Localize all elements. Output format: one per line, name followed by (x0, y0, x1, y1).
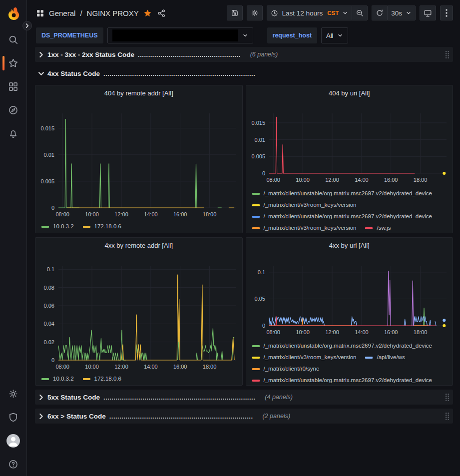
y-axis-label: 0 (51, 205, 54, 211)
series-line (58, 328, 234, 360)
legend-item[interactable]: /_matrix/client/unstable/org.matrix.msc2… (252, 375, 433, 385)
x-axis-label: 18:00 (413, 329, 427, 335)
legend-swatch (252, 227, 260, 229)
sidebar (0, 0, 27, 476)
legend-item[interactable]: /sw.js (365, 222, 391, 233)
legend-item[interactable]: /api/live/ws (365, 352, 405, 363)
legend-item[interactable]: 10.0.3.2 (41, 221, 74, 232)
legend-item[interactable]: /_matrix/client/unstable/org.matrix.msc2… (252, 211, 433, 222)
x-axis-label: 12:00 (325, 329, 339, 335)
legend-item[interactable]: /_matrix/client/v3/room_keys/version (252, 222, 357, 233)
y-axis-label: 0 (51, 357, 54, 363)
series-line (58, 119, 222, 208)
sidebar-expand-button[interactable] (22, 21, 32, 30)
help-icon (8, 459, 18, 470)
row-title: 4xx Status Code (47, 70, 100, 77)
x-axis-label: 10:00 (85, 364, 99, 370)
save-dashboard-button[interactable] (227, 5, 243, 20)
request-host-select[interactable]: All (321, 27, 348, 43)
dashboard-settings-button[interactable] (247, 5, 263, 20)
refresh-interval-picker[interactable]: 30s (387, 5, 416, 20)
legend-item[interactable]: /_matrix/client/unstable/org.matrix.msc2… (252, 188, 433, 199)
legend-item[interactable]: 172.18.0.6 (83, 373, 121, 385)
legend-item[interactable]: /_matrix/client/v3/room_keys/version (252, 352, 357, 363)
row-dots: ........................................… (109, 413, 253, 420)
star-icon (8, 58, 18, 68)
kebab-menu-button[interactable] (440, 5, 453, 20)
time-series-graph[interactable]: 00.0050.010.01508:0010:0012:0014:0016:00… (246, 100, 453, 185)
x-axis-label: 18:00 (413, 177, 427, 183)
legend-swatch (252, 368, 260, 370)
legend-item[interactable]: /_matrix/client/r0/sync (252, 363, 319, 375)
zoom-out-time-button[interactable] (352, 5, 368, 20)
sidebar-item-configuration[interactable] (0, 382, 27, 406)
row-panel-count: (4 panels) (265, 394, 293, 401)
legend-swatch (83, 226, 90, 228)
y-axis-label: 0 (262, 323, 265, 329)
row-drag-handle[interactable] (445, 393, 450, 402)
favorite-star-button[interactable] (143, 9, 152, 17)
tv-mode-button[interactable] (420, 5, 436, 20)
y-axis-label: 0.005 (251, 153, 265, 159)
legend-item[interactable]: /_matrix/client/unstable/org.matrix.msc2… (252, 340, 433, 352)
row-6xx[interactable]: 6xx > Status Code ......................… (35, 409, 453, 424)
sidebar-item-explore[interactable] (0, 98, 27, 122)
row-title: 6xx > Status Code (47, 413, 106, 420)
panel-title[interactable]: 4xx by uri [All] (246, 238, 453, 253)
row-1xx-3xx-2xx[interactable]: 1xx - 3xx - 2xx Status Code ............… (35, 47, 453, 62)
panel-title[interactable]: 404 by uri [All] (246, 85, 453, 100)
share-button[interactable] (157, 9, 166, 17)
legend-label: /_matrix/client/unstable/org.matrix.msc2… (264, 211, 433, 222)
refresh-interval-label: 30s (391, 9, 402, 17)
row-4xx[interactable]: 4xx Status Code ........................… (35, 66, 453, 81)
y-axis-label: 0.015 (251, 120, 265, 126)
panel-404-by-remote-addr: 404 by remote addr [All] 00.0050.010.015… (35, 85, 243, 233)
x-axis-label: 08:00 (266, 329, 280, 335)
legend-swatch (83, 378, 90, 380)
row-dots: ........................................… (103, 70, 255, 77)
legend-item[interactable]: /_matrix/client/v3/room_keys/version (252, 199, 357, 211)
refresh-icon (376, 9, 384, 17)
legend-label: /_matrix/client/v3/room_keys/version (264, 352, 357, 363)
sidebar-item-search[interactable] (0, 28, 27, 51)
ds-prometheus-select[interactable] (107, 27, 253, 43)
panel-title[interactable]: 4xx by remote addr [All] (35, 238, 242, 253)
save-icon (231, 9, 239, 17)
legend-item[interactable]: 172.18.0.6 (83, 221, 121, 232)
chevron-right-icon (25, 23, 29, 28)
row-drag-handle[interactable] (445, 50, 450, 59)
y-axis-label: 0.04 (44, 321, 54, 327)
series-line (388, 271, 414, 326)
time-series-graph[interactable]: 00.020.040.060.080.108:0010:0012:0014:00… (35, 253, 242, 372)
sidebar-item-help[interactable] (0, 453, 27, 476)
breadcrumb-dashboard-title[interactable]: NGINX PROXY (87, 9, 139, 17)
sidebar-item-profile[interactable] (0, 429, 27, 453)
variables-bar: DS_PROMETHEUS request_host All (27, 26, 460, 45)
legend-label: 172.18.0.6 (94, 373, 121, 385)
y-axis-label: 0.015 (40, 125, 54, 131)
x-axis-label: 18:00 (203, 211, 217, 217)
row-panel-count: (2 panels) (263, 413, 291, 420)
dashboard-canvas: 1xx - 3xx - 2xx Status Code ............… (27, 45, 460, 476)
sidebar-item-starred[interactable] (0, 51, 27, 75)
panel-4xx-by-uri: 4xx by uri [All] 00.050.108:0010:0012:00… (246, 237, 454, 386)
x-axis-label: 12:00 (114, 211, 128, 217)
sidebar-item-alerting[interactable] (0, 122, 27, 145)
sidebar-item-dashboards[interactable] (0, 75, 27, 98)
sidebar-item-server-admin[interactable] (0, 406, 27, 429)
x-axis-label: 14:00 (355, 329, 369, 335)
refresh-button[interactable] (372, 5, 387, 20)
time-series-graph[interactable]: 00.0050.010.01508:0010:0012:0014:0016:00… (35, 100, 242, 220)
time-range-picker[interactable]: Last 12 hours CST (267, 5, 352, 20)
panel-title[interactable]: 404 by remote addr [All] (35, 85, 242, 100)
time-series-graph[interactable]: 00.050.108:0010:0012:0014:0016:0018:00 (246, 253, 453, 338)
magnifier-minus-icon (356, 9, 364, 17)
x-axis-label: 08:00 (55, 364, 69, 370)
y-axis-label: 0.01 (254, 137, 265, 143)
breadcrumb-folder[interactable]: General (49, 9, 75, 17)
legend-item[interactable]: 10.0.3.2 (41, 373, 74, 385)
row-drag-handle[interactable] (445, 412, 450, 421)
toolbar: Last 12 hours CST 30s (227, 5, 453, 20)
row-5xx[interactable]: 5xx Status Code ........................… (35, 390, 453, 405)
legend-swatch (252, 216, 260, 218)
